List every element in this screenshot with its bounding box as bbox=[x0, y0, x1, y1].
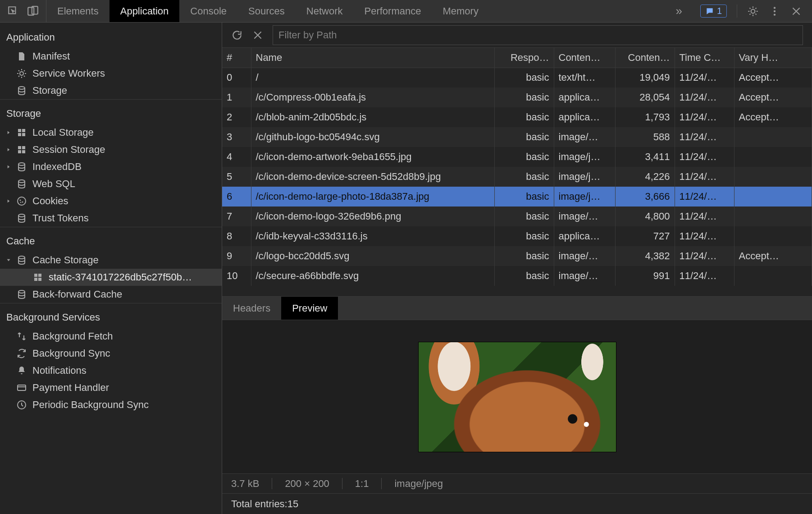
issues-badge[interactable]: 1 bbox=[700, 5, 727, 18]
separator bbox=[272, 478, 272, 490]
tabs-overflow-icon[interactable]: » bbox=[667, 0, 690, 22]
cell-idx: 3 bbox=[222, 127, 251, 147]
table-row[interactable]: 6/c/icon-demo-large-photo-18da387a.jpgba… bbox=[222, 187, 812, 207]
database-icon bbox=[16, 289, 27, 300]
sidebar-item-session-storage[interactable]: Session Storage bbox=[0, 141, 222, 158]
cell-resp: basic bbox=[494, 266, 554, 286]
sidebar-item-label: static-3741017226db5c27f50b… bbox=[49, 271, 192, 283]
column-header[interactable]: # bbox=[222, 48, 251, 68]
cell-vary: Accept… bbox=[734, 107, 812, 127]
cell-resp: basic bbox=[494, 87, 554, 107]
table-row[interactable]: 7/c/icon-demo-logo-326ed9b6.pngbasicimag… bbox=[222, 207, 812, 226]
devtools-tabstrip: ElementsApplicationConsoleSourcesNetwork… bbox=[0, 0, 812, 23]
sidebar-item-periodic-background-sync[interactable]: Periodic Background Sync bbox=[0, 396, 222, 413]
column-header[interactable]: Conten… bbox=[554, 48, 615, 68]
tab-sources[interactable]: Sources bbox=[237, 0, 296, 22]
cell-clen: 991 bbox=[615, 266, 675, 286]
grid-icon bbox=[16, 127, 27, 138]
cell-idx: 8 bbox=[222, 226, 251, 246]
sidebar-item-notifications[interactable]: Notifications bbox=[0, 362, 222, 379]
table-row[interactable]: 10/c/secure-a66bbdfe.svgbasicimage/…9911… bbox=[222, 266, 812, 286]
table-row[interactable]: 1/c/Compress-00b1eafa.jsbasicapplica…28,… bbox=[222, 87, 812, 107]
chevron-down-icon[interactable] bbox=[5, 257, 12, 263]
column-header[interactable]: Name bbox=[251, 48, 494, 68]
sidebar-item-manifest[interactable]: Manifest bbox=[0, 48, 222, 65]
tabstrip-right-tools: 1 bbox=[690, 0, 812, 22]
cell-resp: basic bbox=[494, 207, 554, 226]
subtab-headers[interactable]: Headers bbox=[222, 297, 281, 320]
cell-resp: basic bbox=[494, 147, 554, 167]
tab-network[interactable]: Network bbox=[296, 0, 354, 22]
sidebar-item-label: Background Sync bbox=[32, 348, 110, 359]
sidebar-item-storage[interactable]: Storage bbox=[0, 82, 222, 99]
sidebar-item-background-fetch[interactable]: Background Fetch bbox=[0, 328, 222, 345]
tab-application[interactable]: Application bbox=[109, 0, 180, 22]
inspect-icon[interactable] bbox=[7, 5, 19, 17]
sidebar-item-cookies[interactable]: Cookies bbox=[0, 193, 222, 210]
database-icon bbox=[16, 179, 27, 189]
sidebar-item-payment-handler[interactable]: Payment Handler bbox=[0, 379, 222, 396]
chevron-right-icon[interactable] bbox=[5, 129, 12, 136]
column-header[interactable]: Respo… bbox=[494, 48, 554, 68]
tab-console[interactable]: Console bbox=[179, 0, 237, 22]
cell-clen: 588 bbox=[615, 127, 675, 147]
cell-name: /c/Compress-00b1eafa.js bbox=[251, 87, 494, 107]
delete-icon[interactable] bbox=[252, 29, 264, 41]
refresh-icon[interactable] bbox=[231, 29, 243, 41]
sidebar-item-cache-storage[interactable]: Cache Storage bbox=[0, 252, 222, 269]
chevron-right-icon[interactable] bbox=[5, 147, 12, 153]
preview-dimensions: 200 × 200 bbox=[285, 478, 329, 490]
chevron-right-icon[interactable] bbox=[5, 164, 12, 170]
cell-time: 11/24/… bbox=[675, 207, 734, 226]
column-header[interactable]: Vary H… bbox=[734, 48, 812, 68]
settings-icon[interactable] bbox=[747, 5, 759, 17]
device-toggle-icon[interactable] bbox=[27, 5, 39, 17]
cache-storage-panel: #NameRespo…Conten…Conten…Time C…Vary H… … bbox=[222, 23, 812, 514]
total-entries-label: Total entries: bbox=[231, 498, 287, 510]
close-devtools-icon[interactable] bbox=[790, 5, 802, 17]
gear-icon bbox=[16, 68, 27, 79]
column-header[interactable]: Conten… bbox=[615, 48, 675, 68]
sidebar-item-service-workers[interactable]: Service Workers bbox=[0, 65, 222, 82]
filter-input[interactable] bbox=[273, 25, 803, 45]
sidebar-item-web-sql[interactable]: Web SQL bbox=[0, 175, 222, 193]
table-row[interactable]: 3/c/github-logo-bc05494c.svgbasicimage/…… bbox=[222, 127, 812, 147]
separator bbox=[342, 478, 342, 490]
main-split: ApplicationManifestService WorkersStorag… bbox=[0, 23, 812, 514]
database-icon bbox=[16, 161, 27, 172]
table-row[interactable]: 9/c/logo-bcc20dd5.svgbasicimage/…4,38211… bbox=[222, 246, 812, 266]
table-row[interactable]: 5/c/icon-demo-device-screen-5d52d8b9.jpg… bbox=[222, 167, 812, 187]
tab-memory[interactable]: Memory bbox=[432, 0, 489, 22]
card-icon bbox=[16, 382, 27, 393]
cell-name: /c/github-logo-bc05494c.svg bbox=[251, 127, 494, 147]
sidebar-item-background-sync[interactable]: Background Sync bbox=[0, 345, 222, 362]
tab-performance[interactable]: Performance bbox=[353, 0, 432, 22]
grid-icon bbox=[32, 272, 43, 283]
table-row[interactable]: 2/c/blob-anim-2db05bdc.jsbasicapplica…1,… bbox=[222, 107, 812, 127]
sidebar-item-label: Back-forward Cache bbox=[32, 289, 122, 300]
cell-vary bbox=[734, 207, 812, 226]
cell-name: /c/logo-bcc20dd5.svg bbox=[251, 246, 494, 266]
cell-time: 11/24/… bbox=[675, 167, 734, 187]
tab-elements[interactable]: Elements bbox=[46, 0, 109, 22]
preview-area bbox=[222, 320, 812, 473]
column-header[interactable]: Time C… bbox=[675, 48, 734, 68]
subtab-preview[interactable]: Preview bbox=[281, 297, 338, 320]
cell-idx: 6 bbox=[222, 187, 251, 207]
response-subtabs: HeadersPreview bbox=[222, 297, 812, 320]
cell-ctype: image/… bbox=[554, 246, 615, 266]
sidebar-item-static-3741017226db5c27f50b[interactable]: static-3741017226db5c27f50b… bbox=[0, 269, 222, 286]
table-row[interactable]: 8/c/idb-keyval-c33d3116.jsbasicapplica…7… bbox=[222, 226, 812, 246]
sidebar-item-back-forward-cache[interactable]: Back-forward Cache bbox=[0, 286, 222, 303]
sidebar-item-trust-tokens[interactable]: Trust Tokens bbox=[0, 210, 222, 227]
table-row[interactable]: 0/basictext/ht…19,04911/24/…Accept… bbox=[222, 68, 812, 87]
chevron-right-icon[interactable] bbox=[5, 198, 12, 204]
file-icon bbox=[16, 51, 27, 62]
cache-toolbar bbox=[222, 23, 812, 48]
sidebar-item-local-storage[interactable]: Local Storage bbox=[0, 124, 222, 141]
sidebar-item-indexeddb[interactable]: IndexedDB bbox=[0, 158, 222, 175]
more-icon[interactable] bbox=[769, 5, 780, 17]
cell-vary bbox=[734, 167, 812, 187]
cell-idx: 7 bbox=[222, 207, 251, 226]
table-row[interactable]: 4/c/icon-demo-artwork-9eba1655.jpgbasici… bbox=[222, 147, 812, 167]
